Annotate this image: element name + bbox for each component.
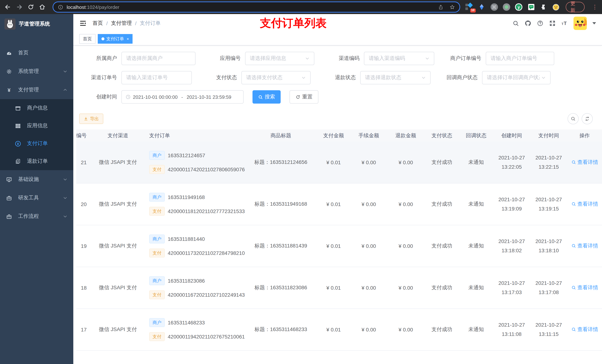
back-icon[interactable] xyxy=(4,4,11,10)
sidebar-item-refund-order[interactable]: 退款订单 xyxy=(0,152,73,170)
user-menu-caret-icon[interactable] xyxy=(592,22,596,24)
site-info-icon[interactable] xyxy=(58,4,63,10)
product-title-cell: 标题：1635311949168 xyxy=(245,201,317,208)
fullscreen-icon[interactable] xyxy=(549,20,556,27)
briefcase-icon xyxy=(6,213,12,219)
filter-input[interactable]: 请选择所属商户 xyxy=(121,52,195,65)
table-row-partial: 商户1635311354796 xyxy=(76,351,602,364)
url-bar[interactable]: localhost:1024/pay/order xyxy=(53,1,460,13)
order-id-cell: 17 xyxy=(76,327,91,333)
product-title-cell: 标题：1635311881439 xyxy=(245,243,317,249)
sidebar-item-workflow[interactable]: 工作流程 xyxy=(0,207,73,226)
filter-label: 所属商户 xyxy=(79,55,121,62)
toggle-search-button[interactable] xyxy=(568,113,579,124)
sidebar-toggle-icon[interactable] xyxy=(79,20,87,27)
reload-icon[interactable] xyxy=(27,4,34,10)
sidebar-item-label: 退款订单 xyxy=(27,158,48,165)
pay-order-cell: 商户1635311881440支付42000011732021102728479… xyxy=(145,235,245,258)
action-cell: 查看详情 xyxy=(567,326,602,333)
github-icon[interactable] xyxy=(525,20,531,27)
notify-status-cell: 未通知 xyxy=(460,326,493,333)
filter-select[interactable]: 请选择支付状态 xyxy=(241,71,311,84)
browser-menu-icon[interactable]: ⋮ xyxy=(592,4,598,10)
sidebar-item-system[interactable]: 系统管理 xyxy=(0,62,73,81)
order-number: 4200001174202110278060590766 xyxy=(168,166,245,172)
clock-icon xyxy=(126,94,131,100)
search-icon[interactable] xyxy=(512,20,519,27)
tag-close-icon[interactable]: × xyxy=(127,37,129,41)
breadcrumb-pay-manage[interactable]: 支付管理 xyxy=(111,20,132,27)
tag-pay-order[interactable]: 支付订单 × xyxy=(98,34,133,44)
refresh-table-button[interactable] xyxy=(582,113,593,124)
sidebar-item-home[interactable]: 首页 xyxy=(0,44,73,62)
date-end-value[interactable]: 2021-10-31 23:59:59 xyxy=(187,94,231,100)
pay-time-cell: 2021-10-2713:17:08 xyxy=(531,279,567,297)
filter-field: 渠道编码请输入渠道编码 xyxy=(323,52,434,65)
extension-y-icon[interactable]: y xyxy=(515,3,523,11)
filter-field: 渠道订单号请输入渠道订单号 xyxy=(79,71,192,84)
table-header-cell: 回调状态 xyxy=(460,132,493,139)
create-time-cell: 2021-10-2713:19:09 xyxy=(493,195,531,213)
breadcrumb-current: 支付订单 xyxy=(140,20,161,27)
avatar[interactable] xyxy=(573,17,587,30)
date-range-picker[interactable]: 2021-10-01 00:00:00 - 2021-10-31 23:59:5… xyxy=(121,90,244,104)
merchant-tag: 商户 xyxy=(149,235,165,243)
filter-input[interactable]: 请输入商户订单编号 xyxy=(486,52,554,65)
search-button[interactable]: 搜索 xyxy=(252,90,281,104)
filter-select[interactable]: 请选择应用信息 xyxy=(245,52,314,65)
font-size-icon[interactable]: TT xyxy=(561,20,568,27)
filter-select[interactable]: 请输入渠道编码 xyxy=(364,52,434,65)
table-row: 19微信 JSAPI 支付商户1635311881440支付4200001173… xyxy=(76,225,602,267)
filter-input[interactable]: 请输入渠道订单号 xyxy=(121,71,192,84)
sidebar-item-merchant-info[interactable]: 商户信息 xyxy=(0,99,73,117)
table-header-cell: 操作 xyxy=(567,132,602,139)
extension-chat-icon[interactable] xyxy=(527,3,535,11)
home-icon[interactable] xyxy=(39,4,45,10)
bookmark-star-icon[interactable] xyxy=(450,4,455,10)
view-detail-link[interactable]: 查看详情 xyxy=(571,326,598,333)
pay-channel-cell: 微信 JSAPI 支付 xyxy=(91,284,145,291)
tag-home[interactable]: 首页 xyxy=(79,34,96,44)
filter-field: 回调商户状态请选择订单回调商户状态 xyxy=(440,71,550,84)
export-button[interactable]: 导出 xyxy=(79,114,103,124)
view-detail-link[interactable]: 查看详情 xyxy=(571,159,598,166)
url-text: localhost:1024/pay/order xyxy=(67,4,119,10)
merchant-tag: 商户 xyxy=(149,193,165,202)
sidebar-item-payment[interactable]: ¥支付管理 xyxy=(0,81,73,99)
page-content: 所属商户请选择所属商户应用编号请选择应用信息渠道编码请输入渠道编码商户订单编号请… xyxy=(73,45,602,364)
extension-puzzle-icon[interactable] xyxy=(539,3,547,11)
share-icon[interactable] xyxy=(438,4,443,10)
sidebar-item-infrastructure[interactable]: 基础设施 xyxy=(0,170,73,189)
placeholder-text: 请选择应用信息 xyxy=(250,55,304,62)
extension-gem-icon[interactable] xyxy=(478,3,486,11)
action-cell: 查看详情 xyxy=(567,284,602,291)
page-title: 支付订单列表 xyxy=(260,16,327,31)
extension-blocks-icon[interactable]: 10 xyxy=(465,3,473,11)
help-icon[interactable] xyxy=(537,20,544,27)
date-start-value[interactable]: 2021-10-01 00:00:00 xyxy=(133,94,178,100)
sidebar-item-dev-tools[interactable]: 研发工具 xyxy=(0,189,73,207)
extension-command-icon[interactable]: ⌘ xyxy=(490,3,498,11)
chevron-down-icon xyxy=(63,196,67,200)
extension-smiley-icon[interactable] xyxy=(552,3,560,11)
order-id-cell: 20 xyxy=(76,201,91,207)
breadcrumb-home[interactable]: 首页 xyxy=(93,20,103,27)
table-row: 20微信 JSAPI 支付商户1635311949168支付4200001181… xyxy=(76,184,602,225)
view-detail-link[interactable]: 查看详情 xyxy=(571,243,598,249)
chevron-down-icon xyxy=(421,75,426,80)
filter-label: 支付状态 xyxy=(201,74,241,81)
filter-select[interactable]: 请选择订单回调商户状态 xyxy=(482,71,550,84)
extension-record-icon[interactable] xyxy=(502,3,510,11)
pay-tag: 支付 xyxy=(149,249,165,258)
view-detail-link[interactable]: 查看详情 xyxy=(571,284,598,291)
sidebar-item-pay-order[interactable]: ¥支付订单 xyxy=(0,135,73,152)
chevron-down-icon xyxy=(63,214,67,219)
pay-status-cell: 支付成功 xyxy=(424,326,460,333)
filter-select[interactable]: 请选择退款状态 xyxy=(360,71,430,84)
sidebar-item-app-info[interactable]: 应用信息 xyxy=(0,117,73,135)
update-button[interactable]: 更新 xyxy=(566,2,585,12)
forward-icon[interactable] xyxy=(16,4,22,10)
reset-button[interactable]: 重置 xyxy=(290,90,318,104)
sidebar-item-label: 支付订单 xyxy=(27,140,48,147)
view-detail-link[interactable]: 查看详情 xyxy=(571,201,598,208)
